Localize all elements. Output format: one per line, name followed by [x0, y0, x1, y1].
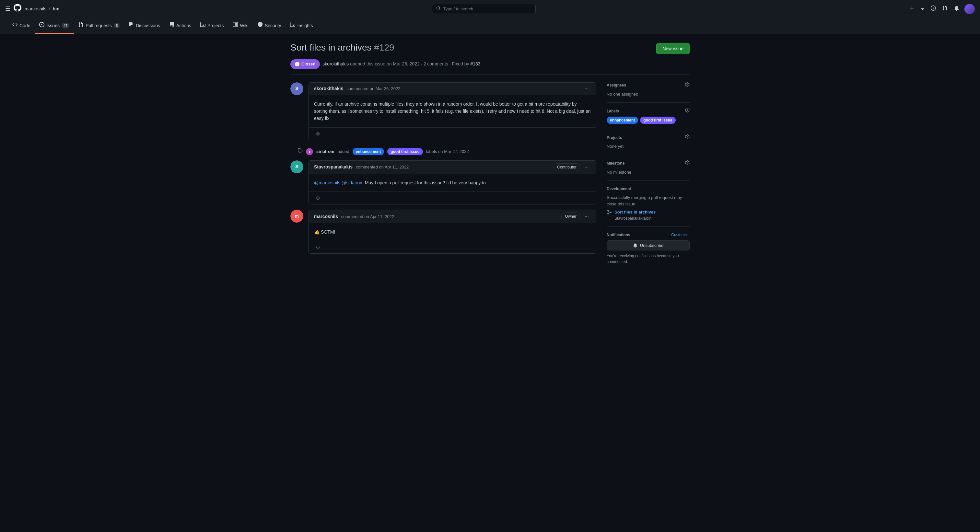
top-nav-center: Type / to search — [64, 4, 904, 14]
fixed-pr-link[interactable]: #133 — [470, 61, 480, 67]
tag-icon — [298, 148, 303, 155]
top-nav-left: ☰ marcosnils / bin — [5, 3, 60, 15]
plus-button[interactable] — [908, 4, 916, 14]
dev-link-title[interactable]: Sort files in archives — [614, 210, 655, 214]
projects-value: None yet — [607, 143, 690, 150]
subnav-item-discussions[interactable]: Discussions — [124, 18, 165, 34]
customize-link[interactable]: Customize — [671, 232, 690, 238]
create-dropdown-button[interactable] — [920, 4, 926, 14]
wiki-icon — [233, 22, 238, 29]
actions-icon — [169, 22, 174, 29]
mention-marcosnils[interactable]: @marcosnils — [314, 180, 340, 185]
hamburger-icon[interactable]: ☰ — [5, 5, 10, 13]
unsubscribe-button[interactable]: Unsubscribe — [607, 240, 690, 251]
dev-link: Sort files in archives Stavrospanakakis/… — [607, 209, 690, 221]
assignees-title[interactable]: Assignees — [607, 82, 690, 89]
new-issue-button[interactable]: New issue — [656, 43, 690, 54]
sidebar-development: Development Successfully merging a pull … — [607, 181, 690, 227]
comment-block-2: S Stavrospanakakis commented on Apr 11, … — [290, 160, 596, 205]
subnav-item-wiki[interactable]: Wiki — [228, 18, 253, 34]
sidebar-projects: Projects None yet — [607, 129, 690, 155]
label-good-first-issue[interactable]: good first issue — [387, 148, 423, 155]
issue-layout: S skorokithakis commented on Mar 26, 202… — [290, 82, 690, 270]
comment-footer-2: ☺ — [309, 192, 596, 204]
comment-header-3: marcosnils commented on Apr 11, 2022 Own… — [309, 210, 596, 223]
timeline-label-event: s sirlatrom added enhancement good first… — [290, 146, 596, 158]
development-title: Development — [607, 186, 690, 192]
comment-header-right-1: ··· — [583, 85, 591, 92]
subnav-item-issues[interactable]: Issues 47 — [35, 18, 74, 34]
comment-footer-1: ☺ — [309, 127, 596, 140]
repo-owner-link[interactable]: marcosnils — [25, 6, 46, 11]
sidebar-label-row: enhancement good first issue — [607, 117, 690, 124]
comment-body-3: 👍 SGTM! — [309, 223, 596, 241]
comment-avatar-3: m — [290, 210, 303, 222]
label-enhancement[interactable]: enhancement — [353, 148, 384, 155]
comment-author-2[interactable]: Stavrospanakakis — [314, 164, 353, 170]
security-icon — [258, 22, 263, 29]
dev-link-sub: Stavrospanakakis/bin — [614, 216, 655, 221]
comment-date-3: commented on Apr 11, 2022 — [341, 214, 394, 219]
issue-author-link[interactable]: skorokithakis — [323, 61, 349, 67]
subnav-security-label: Security — [265, 22, 281, 29]
comment-header-1: skorokithakis commented on Mar 26, 2022 … — [309, 83, 596, 95]
milestone-value: No milestone — [607, 169, 690, 176]
sidebar: Assignees No one assigned Labels — [607, 82, 690, 270]
timeline-actor-name[interactable]: sirlatrom — [316, 148, 334, 155]
insights-icon — [290, 22, 295, 29]
labels-gear-icon[interactable] — [685, 108, 690, 114]
subnav-item-pulls[interactable]: Pull requests 5 — [74, 18, 124, 34]
timeline-date: labels on Mar 27, 2022 — [426, 148, 469, 155]
comment-author-1[interactable]: skorokithakis — [314, 86, 343, 91]
comment-date-1: commented on Mar 26, 2022 — [347, 86, 400, 91]
mention-sirlatrom[interactable]: @sirlatrom — [342, 180, 364, 185]
comment-author-3[interactable]: marcosnils — [314, 214, 338, 219]
subnav-actions-label: Actions — [176, 22, 191, 29]
search-bar[interactable]: Type / to search — [432, 4, 536, 14]
comment-menu-button-3[interactable]: ··· — [583, 213, 591, 220]
projects-gear-icon[interactable] — [685, 135, 690, 141]
github-logo[interactable] — [14, 3, 21, 15]
contributor-badge: Contributor — [554, 163, 580, 171]
issues-icon-button[interactable] — [929, 4, 937, 14]
milestone-gear-icon[interactable] — [685, 160, 690, 167]
notifications-button[interactable] — [953, 4, 961, 14]
subnav-item-insights[interactable]: Insights — [285, 18, 317, 34]
unsubscribe-label: Unsubscribe — [640, 243, 663, 248]
search-placeholder: Type / to search — [443, 6, 474, 12]
subnav-item-security[interactable]: Security — [253, 18, 286, 34]
assignees-gear-icon[interactable] — [685, 82, 690, 89]
subnav-issues-label: Issues — [46, 22, 59, 29]
repo-name-link[interactable]: bin — [53, 6, 60, 11]
comment-body-2: @marcosnils @sirlatrom May I open a pull… — [309, 174, 596, 192]
issue-meta: Closed skorokithakis opened this issue o… — [290, 59, 690, 75]
user-avatar[interactable] — [964, 4, 975, 14]
comment-header-right-2: Contributor ··· — [554, 163, 591, 171]
projects-title[interactable]: Projects — [607, 135, 690, 141]
page-content: Sort files in archives #129 New issue Cl… — [283, 34, 697, 278]
comment-menu-button-1[interactable]: ··· — [583, 85, 591, 92]
subnav-discussions-label: Discussions — [136, 22, 160, 29]
comment-menu-button-2[interactable]: ··· — [583, 164, 591, 171]
pr-icon — [78, 22, 84, 29]
dev-link-details: Sort files in archives Stavrospanakakis/… — [614, 209, 655, 221]
comment-block-3: m marcosnils commented on Apr 11, 2022 O… — [290, 210, 596, 254]
sidebar-label-good-first-issue[interactable]: good first issue — [640, 117, 675, 124]
pull-requests-icon-button[interactable] — [941, 4, 949, 14]
emoji-react-button-1[interactable]: ☺ — [314, 130, 322, 137]
comment-header-left-3: marcosnils commented on Apr 11, 2022 — [314, 213, 394, 220]
subnav-wiki-label: Wiki — [240, 22, 248, 29]
comment-date-2: commented on Apr 11, 2022 — [356, 165, 409, 170]
subnav-item-actions[interactable]: Actions — [165, 18, 196, 34]
emoji-react-button-2[interactable]: ☺ — [314, 194, 322, 202]
comment-block-1: S skorokithakis commented on Mar 26, 202… — [290, 82, 596, 140]
labels-title[interactable]: Labels — [607, 108, 690, 114]
pr-merge-icon — [607, 210, 612, 217]
notifications-note: You're receiving notifications because y… — [607, 253, 690, 265]
subnav-item-projects[interactable]: Projects — [196, 18, 229, 34]
comment-header-2: Stavrospanakakis commented on Apr 11, 20… — [309, 161, 596, 174]
milestone-title[interactable]: Milestone — [607, 160, 690, 167]
sidebar-label-enhancement[interactable]: enhancement — [607, 117, 638, 124]
emoji-react-button-3[interactable]: ☺ — [314, 244, 322, 251]
subnav-item-code[interactable]: Code — [8, 18, 35, 34]
